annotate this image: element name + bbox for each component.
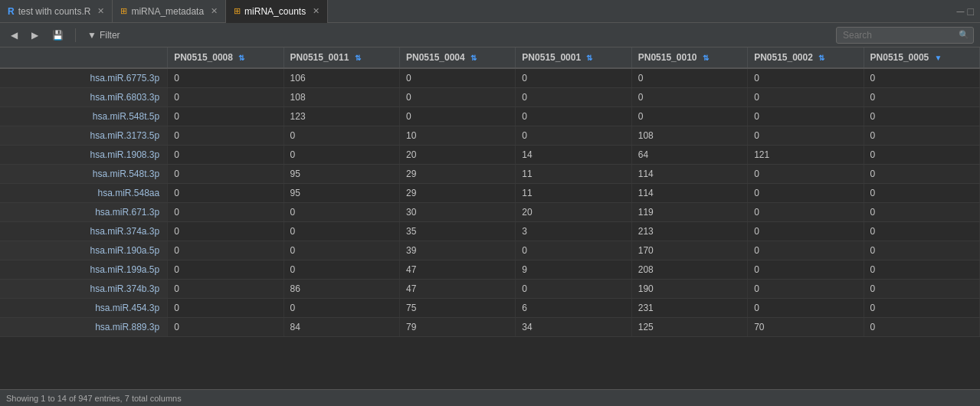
table-row[interactable]: hsa.miR.374a.3p0035321300 — [0, 222, 980, 241]
cell-PN0515_0010: 208 — [631, 260, 747, 280]
cell-PN0515_0001: 11 — [516, 184, 631, 203]
cell-PN0515_0008: 0 — [168, 146, 284, 165]
cell-PN0515_0004: 47 — [399, 260, 515, 280]
window-controls: ─ □ — [957, 5, 980, 18]
cell-rowname: hsa.miR.6803.3p — [0, 88, 168, 107]
cell-rowname: hsa.miR.374a.3p — [0, 222, 168, 241]
cell-PN0515_0010: 0 — [631, 68, 747, 88]
col-header-0004[interactable]: PN0515_0004 ⇅ — [399, 47, 515, 68]
table-row[interactable]: hsa.miR.548t.3p095291111400 — [0, 165, 980, 184]
cell-PN0515_0004: 29 — [399, 165, 515, 184]
cell-PN0515_0001: 11 — [516, 165, 631, 184]
cell-PN0515_0001: 0 — [516, 88, 631, 107]
cell-PN0515_0008: 0 — [168, 68, 284, 88]
cell-PN0515_0005: 0 — [864, 165, 979, 184]
tab-metadata-label: miRNA_metadata — [131, 6, 204, 17]
table-icon-meta: ⊞ — [120, 6, 127, 16]
tab-metadata-close[interactable]: ✕ — [211, 6, 218, 16]
cell-rowname: hsa.miR.454.3p — [0, 299, 168, 318]
cell-PN0515_0010: 119 — [631, 203, 747, 222]
col-header-rowname[interactable] — [0, 47, 168, 68]
cell-PN0515_0002: 0 — [748, 165, 864, 184]
cell-PN0515_0011: 0 — [284, 146, 399, 165]
col-header-0008[interactable]: PN0515_0008 ⇅ — [168, 47, 284, 68]
cell-PN0515_0008: 0 — [168, 222, 284, 241]
cell-PN0515_0004: 47 — [399, 280, 515, 299]
cell-PN0515_0002: 70 — [748, 318, 864, 337]
cell-PN0515_0004: 75 — [399, 299, 515, 318]
tab-counts[interactable]: ⊞ miRNA_counts ✕ — [226, 0, 328, 23]
table-row[interactable]: hsa.miR.548t.5p012300000 — [0, 107, 980, 126]
cell-PN0515_0010: 108 — [631, 126, 747, 146]
tab-counts-close[interactable]: ✕ — [313, 6, 320, 16]
forward-button[interactable]: ▶ — [27, 28, 43, 43]
cell-PN0515_0004: 79 — [399, 318, 515, 337]
sort-icon-0010: ⇅ — [703, 54, 709, 62]
table-row[interactable]: hsa.miR.671.3p00302011900 — [0, 203, 980, 222]
cell-PN0515_0005: 0 — [864, 184, 979, 203]
tab-r-script-label: test with counts.R — [18, 6, 91, 17]
cell-PN0515_0001: 0 — [516, 280, 631, 299]
cell-PN0515_0002: 121 — [748, 146, 864, 165]
filter-label: Filter — [100, 30, 120, 41]
cell-PN0515_0002: 0 — [748, 222, 864, 241]
col-header-0005[interactable]: PN0515_0005 ▼ — [864, 47, 979, 68]
cell-PN0515_0002: 0 — [748, 68, 864, 88]
title-bar: R test with counts.R ✕ ⊞ miRNA_metadata … — [0, 0, 980, 23]
cell-PN0515_0010: 213 — [631, 222, 747, 241]
table-body: hsa.miR.6775.3p010600000hsa.miR.6803.3p0… — [0, 68, 980, 337]
filter-button[interactable]: ▼ Filter — [83, 28, 125, 43]
cell-PN0515_0004: 39 — [399, 241, 515, 260]
cell-rowname: hsa.miR.374b.3p — [0, 280, 168, 299]
table-row[interactable]: hsa.miR.548aa095291111400 — [0, 184, 980, 203]
cell-rowname: hsa.miR.671.3p — [0, 203, 168, 222]
tab-r-script[interactable]: R test with counts.R ✕ — [0, 0, 113, 23]
table-row[interactable]: hsa.miR.6775.3p010600000 — [0, 68, 980, 88]
cell-PN0515_0010: 114 — [631, 184, 747, 203]
cell-PN0515_0011: 0 — [284, 222, 399, 241]
cell-rowname: hsa.miR.190a.5p — [0, 241, 168, 260]
table-row[interactable]: hsa.miR.3173.5p0010010800 — [0, 126, 980, 146]
tab-counts-label: miRNA_counts — [244, 6, 306, 17]
cell-PN0515_0001: 20 — [516, 203, 631, 222]
table-row[interactable]: hsa.miR.889.3p0847934125700 — [0, 318, 980, 337]
table-row[interactable]: hsa.miR.374b.3p08647019000 — [0, 280, 980, 299]
filter-icon: ▼ — [87, 30, 97, 41]
table-row[interactable]: hsa.miR.1908.3p002014641210 — [0, 146, 980, 165]
col-header-0011[interactable]: PN0515_0011 ⇅ — [284, 47, 399, 68]
cell-PN0515_0002: 0 — [748, 184, 864, 203]
sort-icon-0005: ▼ — [935, 54, 942, 62]
cell-PN0515_0002: 0 — [748, 241, 864, 260]
cell-PN0515_0010: 190 — [631, 280, 747, 299]
table-container[interactable]: PN0515_0008 ⇅ PN0515_0011 ⇅ PN0515_0004 … — [0, 47, 980, 389]
col-header-0002[interactable]: PN0515_0002 ⇅ — [748, 47, 864, 68]
sort-icon-0008: ⇅ — [238, 54, 244, 62]
cell-PN0515_0004: 0 — [399, 68, 515, 88]
toolbar: ◀ ▶ 💾 ▼ Filter — [0, 23, 980, 47]
table-row[interactable]: hsa.miR.190a.5p0039017000 — [0, 241, 980, 260]
col-header-0001[interactable]: PN0515_0001 ⇅ — [516, 47, 631, 68]
cell-rowname: hsa.miR.548aa — [0, 184, 168, 203]
cell-PN0515_0002: 0 — [748, 203, 864, 222]
table-row[interactable]: hsa.miR.199a.5p0047920800 — [0, 260, 980, 280]
cell-PN0515_0004: 0 — [399, 107, 515, 126]
cell-PN0515_0005: 0 — [864, 146, 979, 165]
cell-PN0515_0011: 95 — [284, 184, 399, 203]
col-header-0010[interactable]: PN0515_0010 ⇅ — [631, 47, 747, 68]
cell-rowname: hsa.miR.199a.5p — [0, 260, 168, 280]
maximize-icon[interactable]: □ — [968, 5, 974, 18]
sort-icon-0004: ⇅ — [470, 54, 477, 62]
minimize-icon[interactable]: ─ — [957, 5, 965, 18]
save-button[interactable]: 💾 — [48, 28, 68, 43]
back-button[interactable]: ◀ — [6, 28, 22, 43]
cell-PN0515_0011: 0 — [284, 260, 399, 280]
search-wrapper — [836, 27, 974, 44]
sort-icon-0011: ⇅ — [355, 54, 361, 62]
table-row[interactable]: hsa.miR.454.3p0075623100 — [0, 299, 980, 318]
cell-PN0515_0008: 0 — [168, 126, 284, 146]
cell-PN0515_0011: 95 — [284, 165, 399, 184]
table-row[interactable]: hsa.miR.6803.3p010800000 — [0, 88, 980, 107]
tab-metadata[interactable]: ⊞ miRNA_metadata ✕ — [113, 0, 226, 23]
tab-r-script-close[interactable]: ✕ — [97, 6, 104, 16]
search-input[interactable] — [836, 27, 974, 44]
